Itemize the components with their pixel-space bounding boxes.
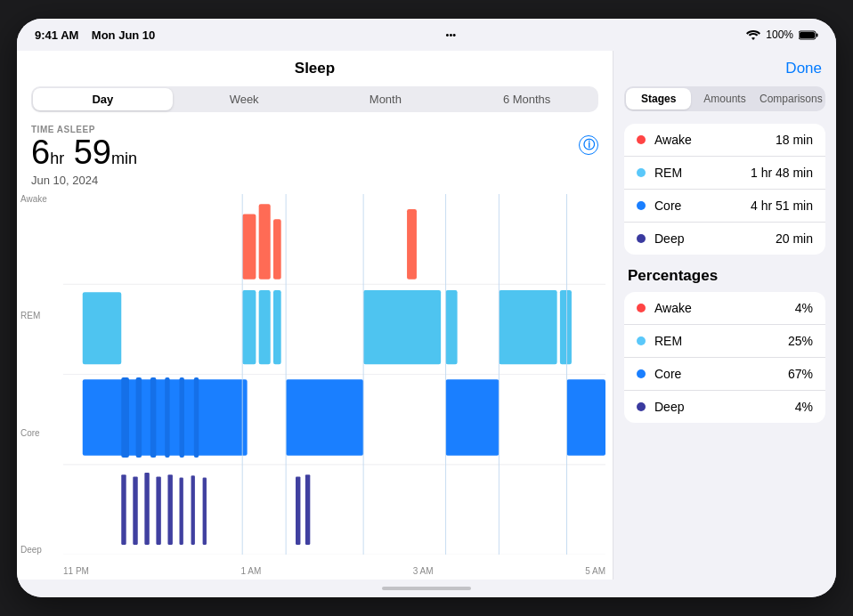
- svg-rect-30: [133, 476, 137, 545]
- core-value: 4 hr 51 min: [751, 199, 813, 213]
- stage-row-awake: Awake 18 min: [624, 124, 825, 157]
- min-unit: min: [111, 150, 137, 167]
- core-dot: [637, 201, 646, 210]
- wifi-icon: [746, 29, 760, 40]
- svg-rect-26: [286, 379, 363, 456]
- tab-week[interactable]: Week: [175, 88, 314, 110]
- hr-unit: hr: [50, 150, 64, 167]
- pct-core-dot: [637, 369, 646, 378]
- svg-rect-18: [560, 290, 572, 364]
- right-panel: Done Stages Amounts Comparisons Awake 18…: [613, 51, 836, 580]
- time-display: 9:41 AM: [35, 28, 78, 42]
- home-indicator: [382, 587, 471, 590]
- pct-deep-value: 4%: [795, 400, 813, 414]
- deep-label: Deep: [654, 231, 776, 246]
- pct-rem-dot: [637, 336, 646, 345]
- pct-row-rem: REM 25%: [624, 325, 825, 358]
- y-rem: REM: [20, 311, 47, 320]
- date-display: Mon Jun 10: [92, 28, 156, 42]
- x-axis: 11 PM 1 AM 3 AM 5 AM: [63, 566, 605, 576]
- percentages-wrapper: Percentages: [613, 267, 836, 292]
- awake-value: 18 min: [776, 133, 813, 147]
- device-frame: 9:41 AM Mon Jun 10 ••• 100% Sle: [17, 19, 836, 597]
- svg-rect-24: [180, 377, 184, 458]
- rem-label: REM: [654, 166, 751, 180]
- info-button[interactable]: ⓘ: [579, 135, 598, 155]
- svg-rect-1: [816, 33, 817, 36]
- stage-row-core: Core 4 hr 51 min: [624, 190, 825, 223]
- svg-rect-20: [121, 377, 129, 458]
- svg-rect-17: [499, 290, 556, 364]
- tab-day[interactable]: Day: [33, 88, 173, 110]
- stage-row-deep: Deep 20 min: [624, 223, 825, 255]
- tab-month[interactable]: Month: [316, 88, 456, 110]
- svg-rect-23: [165, 377, 169, 458]
- svg-rect-34: [180, 477, 183, 544]
- svg-rect-8: [259, 204, 271, 279]
- svg-rect-22: [150, 377, 157, 458]
- percentages-section: Awake 4% REM 25% Core 67% Deep 4%: [624, 292, 825, 423]
- pct-core-label: Core: [654, 367, 788, 381]
- x-1am: 1 AM: [240, 566, 261, 576]
- svg-rect-11: [83, 292, 122, 364]
- left-panel: Sleep Day Week Month 6 Months TIME ASLEE…: [17, 51, 613, 580]
- tab-6months[interactable]: 6 Months: [457, 88, 597, 110]
- pct-rem-value: 25%: [788, 334, 813, 348]
- svg-rect-12: [242, 290, 256, 364]
- home-indicator-bar: [17, 580, 836, 597]
- seg-comparisons[interactable]: Comparisons: [759, 88, 824, 109]
- svg-rect-33: [167, 474, 172, 545]
- svg-rect-15: [363, 290, 441, 364]
- sleep-hours: 6: [31, 134, 50, 171]
- svg-rect-14: [273, 290, 281, 364]
- pct-awake-label: Awake: [654, 301, 795, 315]
- svg-rect-27: [446, 379, 500, 456]
- deep-dot: [637, 234, 646, 243]
- y-deep: Deep: [20, 545, 47, 555]
- svg-rect-35: [191, 475, 195, 545]
- pct-deep-label: Deep: [654, 400, 795, 414]
- sleep-minutes: 59: [74, 134, 111, 171]
- time-asleep-label: TIME ASLEEP: [31, 125, 598, 134]
- sleep-date: Jun 10, 2024: [31, 174, 598, 187]
- stages-section: Awake 18 min REM 1 hr 48 min Core 4 hr 5…: [624, 124, 825, 255]
- y-awake: Awake: [20, 194, 47, 204]
- rem-value: 1 hr 48 min: [751, 166, 813, 180]
- pct-row-deep: Deep 4%: [624, 391, 825, 423]
- svg-rect-31: [144, 473, 149, 545]
- svg-rect-7: [242, 214, 256, 279]
- deep-value: 20 min: [776, 231, 813, 246]
- seg-amounts[interactable]: Amounts: [692, 88, 757, 109]
- chart-title: Sleep: [31, 60, 598, 77]
- y-axis: Awake REM Core Deep: [20, 194, 47, 555]
- seg-stages[interactable]: Stages: [626, 88, 691, 109]
- pct-awake-value: 4%: [795, 301, 813, 315]
- right-header: Done: [613, 60, 836, 86]
- status-icons: 100%: [746, 28, 818, 41]
- main-content: Sleep Day Week Month 6 Months TIME ASLEE…: [17, 51, 836, 580]
- svg-rect-29: [121, 474, 126, 545]
- chart-area: Awake REM Core Deep: [17, 190, 613, 580]
- svg-rect-32: [156, 476, 160, 545]
- rem-dot: [637, 168, 646, 177]
- pct-core-value: 67%: [788, 367, 813, 381]
- svg-rect-25: [194, 377, 199, 458]
- y-core: Core: [20, 428, 47, 438]
- svg-rect-36: [203, 477, 207, 544]
- status-bar: 9:41 AM Mon Jun 10 ••• 100%: [17, 19, 836, 51]
- pct-awake-dot: [637, 304, 646, 312]
- pct-deep-dot: [637, 402, 646, 411]
- stage-row-rem: REM 1 hr 48 min: [624, 157, 825, 190]
- svg-rect-10: [407, 209, 417, 280]
- percentages-title: Percentages: [615, 267, 834, 292]
- svg-rect-28: [567, 379, 606, 456]
- battery-text: 100%: [766, 28, 793, 41]
- svg-rect-16: [446, 290, 458, 364]
- svg-rect-13: [259, 290, 271, 364]
- status-time: 9:41 AM Mon Jun 10: [35, 28, 155, 42]
- pct-row-core: Core 67%: [624, 358, 825, 391]
- sleep-duration: 6hr 59min: [31, 134, 598, 172]
- done-button[interactable]: Done: [785, 60, 822, 77]
- status-center: •••: [446, 29, 457, 40]
- svg-rect-2: [800, 32, 815, 38]
